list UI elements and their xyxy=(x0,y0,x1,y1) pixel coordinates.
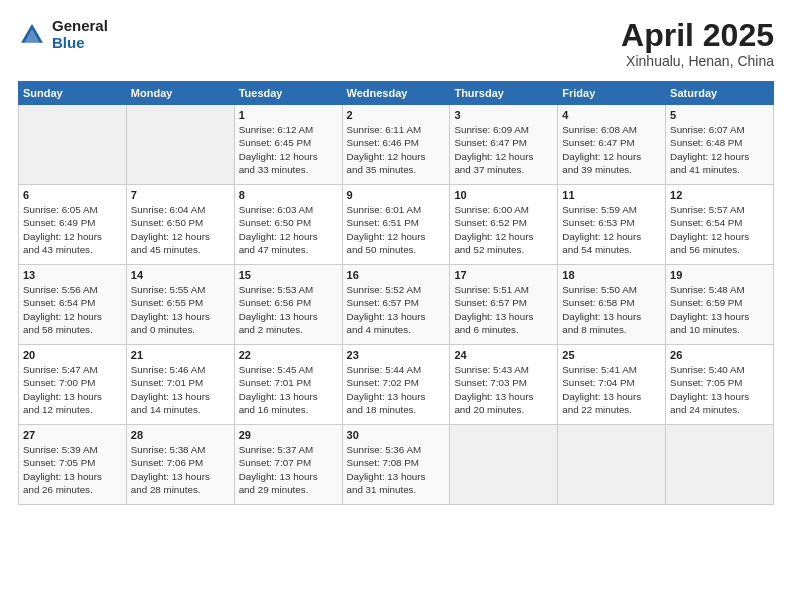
week-row-2: 13Sunrise: 5:56 AMSunset: 6:54 PMDayligh… xyxy=(19,265,774,345)
day-cell: 15Sunrise: 5:53 AMSunset: 6:56 PMDayligh… xyxy=(234,265,342,345)
day-cell: 10Sunrise: 6:00 AMSunset: 6:52 PMDayligh… xyxy=(450,185,558,265)
page: General Blue April 2025 Xinhualu, Henan,… xyxy=(0,0,792,612)
day-cell xyxy=(450,425,558,505)
day-info: Sunrise: 6:08 AMSunset: 6:47 PMDaylight:… xyxy=(562,123,661,176)
weekday-sunday: Sunday xyxy=(19,82,127,105)
day-info: Sunrise: 5:40 AMSunset: 7:05 PMDaylight:… xyxy=(670,363,769,416)
day-info: Sunrise: 5:56 AMSunset: 6:54 PMDaylight:… xyxy=(23,283,122,336)
day-cell: 1Sunrise: 6:12 AMSunset: 6:45 PMDaylight… xyxy=(234,105,342,185)
day-number: 25 xyxy=(562,349,661,361)
day-info: Sunrise: 6:07 AMSunset: 6:48 PMDaylight:… xyxy=(670,123,769,176)
weekday-wednesday: Wednesday xyxy=(342,82,450,105)
day-info: Sunrise: 6:03 AMSunset: 6:50 PMDaylight:… xyxy=(239,203,338,256)
day-cell: 30Sunrise: 5:36 AMSunset: 7:08 PMDayligh… xyxy=(342,425,450,505)
day-number: 24 xyxy=(454,349,553,361)
logo-general: General xyxy=(52,18,108,35)
day-cell: 7Sunrise: 6:04 AMSunset: 6:50 PMDaylight… xyxy=(126,185,234,265)
day-info: Sunrise: 5:46 AMSunset: 7:01 PMDaylight:… xyxy=(131,363,230,416)
day-info: Sunrise: 5:53 AMSunset: 6:56 PMDaylight:… xyxy=(239,283,338,336)
day-info: Sunrise: 5:36 AMSunset: 7:08 PMDaylight:… xyxy=(347,443,446,496)
day-info: Sunrise: 5:41 AMSunset: 7:04 PMDaylight:… xyxy=(562,363,661,416)
weekday-saturday: Saturday xyxy=(666,82,774,105)
day-cell: 18Sunrise: 5:50 AMSunset: 6:58 PMDayligh… xyxy=(558,265,666,345)
day-number: 9 xyxy=(347,189,446,201)
day-info: Sunrise: 5:39 AMSunset: 7:05 PMDaylight:… xyxy=(23,443,122,496)
day-cell: 19Sunrise: 5:48 AMSunset: 6:59 PMDayligh… xyxy=(666,265,774,345)
day-number: 3 xyxy=(454,109,553,121)
header: General Blue April 2025 Xinhualu, Henan,… xyxy=(18,18,774,69)
month-year: April 2025 xyxy=(621,18,774,53)
day-cell: 25Sunrise: 5:41 AMSunset: 7:04 PMDayligh… xyxy=(558,345,666,425)
day-info: Sunrise: 5:57 AMSunset: 6:54 PMDaylight:… xyxy=(670,203,769,256)
week-row-1: 6Sunrise: 6:05 AMSunset: 6:49 PMDaylight… xyxy=(19,185,774,265)
day-info: Sunrise: 6:11 AMSunset: 6:46 PMDaylight:… xyxy=(347,123,446,176)
weekday-monday: Monday xyxy=(126,82,234,105)
week-row-3: 20Sunrise: 5:47 AMSunset: 7:00 PMDayligh… xyxy=(19,345,774,425)
day-number: 13 xyxy=(23,269,122,281)
day-info: Sunrise: 5:45 AMSunset: 7:01 PMDaylight:… xyxy=(239,363,338,416)
weekday-header-row: SundayMondayTuesdayWednesdayThursdayFrid… xyxy=(19,82,774,105)
day-number: 12 xyxy=(670,189,769,201)
day-cell: 6Sunrise: 6:05 AMSunset: 6:49 PMDaylight… xyxy=(19,185,127,265)
day-info: Sunrise: 5:55 AMSunset: 6:55 PMDaylight:… xyxy=(131,283,230,336)
day-cell: 27Sunrise: 5:39 AMSunset: 7:05 PMDayligh… xyxy=(19,425,127,505)
day-number: 21 xyxy=(131,349,230,361)
day-cell: 24Sunrise: 5:43 AMSunset: 7:03 PMDayligh… xyxy=(450,345,558,425)
weekday-thursday: Thursday xyxy=(450,82,558,105)
day-number: 14 xyxy=(131,269,230,281)
day-cell: 5Sunrise: 6:07 AMSunset: 6:48 PMDaylight… xyxy=(666,105,774,185)
day-cell: 9Sunrise: 6:01 AMSunset: 6:51 PMDaylight… xyxy=(342,185,450,265)
day-info: Sunrise: 5:59 AMSunset: 6:53 PMDaylight:… xyxy=(562,203,661,256)
day-info: Sunrise: 5:52 AMSunset: 6:57 PMDaylight:… xyxy=(347,283,446,336)
day-number: 29 xyxy=(239,429,338,441)
day-number: 10 xyxy=(454,189,553,201)
day-number: 1 xyxy=(239,109,338,121)
day-cell xyxy=(666,425,774,505)
calendar-header: SundayMondayTuesdayWednesdayThursdayFrid… xyxy=(19,82,774,105)
day-number: 23 xyxy=(347,349,446,361)
day-cell xyxy=(558,425,666,505)
day-number: 16 xyxy=(347,269,446,281)
calendar-body: 1Sunrise: 6:12 AMSunset: 6:45 PMDaylight… xyxy=(19,105,774,505)
day-cell xyxy=(19,105,127,185)
day-info: Sunrise: 5:51 AMSunset: 6:57 PMDaylight:… xyxy=(454,283,553,336)
day-cell: 8Sunrise: 6:03 AMSunset: 6:50 PMDaylight… xyxy=(234,185,342,265)
day-cell: 13Sunrise: 5:56 AMSunset: 6:54 PMDayligh… xyxy=(19,265,127,345)
day-number: 18 xyxy=(562,269,661,281)
day-cell: 16Sunrise: 5:52 AMSunset: 6:57 PMDayligh… xyxy=(342,265,450,345)
day-info: Sunrise: 6:05 AMSunset: 6:49 PMDaylight:… xyxy=(23,203,122,256)
day-number: 4 xyxy=(562,109,661,121)
day-info: Sunrise: 5:38 AMSunset: 7:06 PMDaylight:… xyxy=(131,443,230,496)
day-number: 19 xyxy=(670,269,769,281)
logo: General Blue xyxy=(18,18,108,51)
week-row-0: 1Sunrise: 6:12 AMSunset: 6:45 PMDaylight… xyxy=(19,105,774,185)
day-cell: 28Sunrise: 5:38 AMSunset: 7:06 PMDayligh… xyxy=(126,425,234,505)
title-block: April 2025 Xinhualu, Henan, China xyxy=(621,18,774,69)
day-info: Sunrise: 5:48 AMSunset: 6:59 PMDaylight:… xyxy=(670,283,769,336)
week-row-4: 27Sunrise: 5:39 AMSunset: 7:05 PMDayligh… xyxy=(19,425,774,505)
weekday-tuesday: Tuesday xyxy=(234,82,342,105)
day-info: Sunrise: 6:09 AMSunset: 6:47 PMDaylight:… xyxy=(454,123,553,176)
day-info: Sunrise: 5:47 AMSunset: 7:00 PMDaylight:… xyxy=(23,363,122,416)
day-info: Sunrise: 6:01 AMSunset: 6:51 PMDaylight:… xyxy=(347,203,446,256)
location: Xinhualu, Henan, China xyxy=(621,53,774,69)
day-cell: 14Sunrise: 5:55 AMSunset: 6:55 PMDayligh… xyxy=(126,265,234,345)
weekday-friday: Friday xyxy=(558,82,666,105)
logo-blue: Blue xyxy=(52,35,108,52)
day-cell xyxy=(126,105,234,185)
day-number: 11 xyxy=(562,189,661,201)
day-info: Sunrise: 5:44 AMSunset: 7:02 PMDaylight:… xyxy=(347,363,446,416)
day-info: Sunrise: 5:43 AMSunset: 7:03 PMDaylight:… xyxy=(454,363,553,416)
day-info: Sunrise: 6:04 AMSunset: 6:50 PMDaylight:… xyxy=(131,203,230,256)
day-cell: 26Sunrise: 5:40 AMSunset: 7:05 PMDayligh… xyxy=(666,345,774,425)
day-number: 7 xyxy=(131,189,230,201)
day-number: 2 xyxy=(347,109,446,121)
day-number: 28 xyxy=(131,429,230,441)
day-info: Sunrise: 5:37 AMSunset: 7:07 PMDaylight:… xyxy=(239,443,338,496)
day-number: 30 xyxy=(347,429,446,441)
day-cell: 2Sunrise: 6:11 AMSunset: 6:46 PMDaylight… xyxy=(342,105,450,185)
day-number: 17 xyxy=(454,269,553,281)
day-cell: 20Sunrise: 5:47 AMSunset: 7:00 PMDayligh… xyxy=(19,345,127,425)
day-cell: 4Sunrise: 6:08 AMSunset: 6:47 PMDaylight… xyxy=(558,105,666,185)
day-info: Sunrise: 5:50 AMSunset: 6:58 PMDaylight:… xyxy=(562,283,661,336)
